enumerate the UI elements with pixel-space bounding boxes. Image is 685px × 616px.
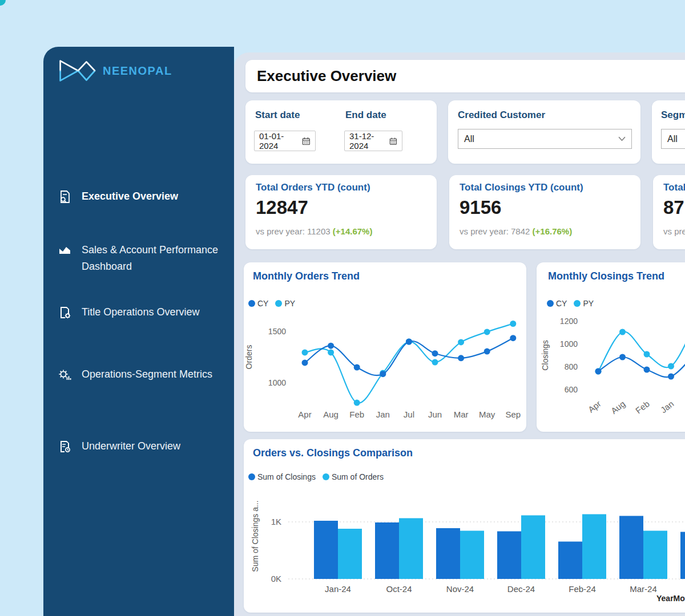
end-date-input[interactable]: 31-12-2024 xyxy=(344,131,402,151)
monthly-closings-trend-card: Monthly Closings Trend CY PY 60080010001… xyxy=(537,262,685,432)
page-header-card: Executive Overview xyxy=(245,60,685,92)
kpi-card-clipped: Total P 87. vs pre xyxy=(653,175,685,249)
end-date-label: End date xyxy=(345,110,386,121)
segment-value: All xyxy=(667,134,678,144)
sidebar-item-sales-account[interactable]: Sales & Account Performance Dashboard xyxy=(58,242,224,275)
segment-dropdown[interactable]: All xyxy=(661,129,685,149)
kpi-title: Total P xyxy=(663,182,685,193)
closings-trend-line-chart: 60080010001200ClosingsAprAugFebJanJul xyxy=(537,262,685,432)
sidebar-item-underwriter[interactable]: Underwriter Overview xyxy=(58,438,224,455)
segment-label: Segment xyxy=(661,110,685,121)
credited-customer-value: All xyxy=(464,134,474,144)
monthly-orders-trend-card: Monthly Orders Trend CY PY 10001500Order… xyxy=(244,262,526,432)
end-date-value: 31-12-2024 xyxy=(349,131,389,151)
kpi-prev-text: vs prev year: 11203 xyxy=(256,226,333,236)
svg-text:600: 600 xyxy=(565,385,578,394)
kpi-value: 87. xyxy=(663,197,685,218)
svg-text:May: May xyxy=(479,410,495,419)
svg-text:YearMonth: YearMonth xyxy=(656,594,685,603)
orders-trend-line-chart: 10001500OrdersAprAugFebJanJulJunMarMaySe… xyxy=(244,262,526,432)
document-clock-icon xyxy=(58,440,72,453)
kpi-title: Total Orders YTD (count) xyxy=(256,182,370,193)
chart-line-icon xyxy=(58,244,72,257)
svg-text:Closings: Closings xyxy=(541,340,550,371)
sidebar-item-operations-segment[interactable]: Operations-Segment Metrics xyxy=(58,366,224,383)
calendar-icon xyxy=(302,137,311,145)
credited-customer-filter-card: Credited Customer All xyxy=(448,100,640,164)
kpi-value: 9156 xyxy=(460,197,501,218)
app-window: NEENOPAL Executive Overview Sales & Acco… xyxy=(0,0,685,616)
kpi-card-total-orders: Total Orders YTD (count) 12847 vs prev y… xyxy=(245,175,437,249)
kpi-delta: (+14.67%) xyxy=(333,226,373,236)
brand-logo-row: NEENOPAL xyxy=(56,58,172,83)
neenopal-logo-icon xyxy=(56,58,97,83)
svg-text:1000: 1000 xyxy=(268,378,286,387)
svg-text:Oct-24: Oct-24 xyxy=(386,584,412,594)
sidebar-item-title-operations[interactable]: Title Operations Overview xyxy=(58,304,224,321)
start-date-label: Start date xyxy=(255,110,300,121)
svg-text:Dec-24: Dec-24 xyxy=(507,584,535,594)
svg-text:Apr: Apr xyxy=(586,399,603,415)
start-date-input[interactable]: 01-01-2024 xyxy=(254,131,316,151)
svg-text:Jun: Jun xyxy=(428,410,442,419)
svg-text:Feb-24: Feb-24 xyxy=(569,584,596,594)
svg-text:0K: 0K xyxy=(271,574,281,583)
credited-customer-dropdown[interactable]: All xyxy=(458,129,632,149)
date-filter-card: Start date End date 01-01-2024 31-12-202… xyxy=(245,100,437,164)
sidebar: NEENOPAL Executive Overview Sales & Acco… xyxy=(43,47,234,616)
svg-text:Jan-24: Jan-24 xyxy=(325,584,351,594)
start-date-value: 01-01-2024 xyxy=(259,131,302,151)
credited-customer-label: Credited Customer xyxy=(458,110,545,121)
svg-text:1200: 1200 xyxy=(560,317,578,326)
sidebar-item-executive-overview[interactable]: Executive Overview xyxy=(58,188,224,205)
svg-text:Aug: Aug xyxy=(323,410,339,419)
svg-text:Sum of Closings a...: Sum of Closings a... xyxy=(251,500,260,572)
kpi-card-total-closings: Total Closings YTD (count) 9156 vs prev … xyxy=(449,175,640,249)
segment-filter-card: Segment All xyxy=(652,100,685,164)
calendar-icon xyxy=(389,137,397,145)
kpi-value: 12847 xyxy=(256,197,308,218)
svg-text:800: 800 xyxy=(565,362,578,371)
document-gear-icon xyxy=(58,306,72,319)
chevron-down-icon xyxy=(618,136,626,141)
sidebar-item-label: Executive Overview xyxy=(82,188,178,205)
sidebar-item-label: Title Operations Overview xyxy=(82,304,199,321)
svg-text:Feb: Feb xyxy=(349,410,364,419)
svg-text:1500: 1500 xyxy=(268,327,286,336)
svg-text:Orders: Orders xyxy=(244,345,253,370)
document-search-icon xyxy=(58,190,72,204)
kpi-title: Total Closings YTD (count) xyxy=(460,182,583,193)
svg-text:Sep: Sep xyxy=(505,410,521,419)
sidebar-item-label: Underwriter Overview xyxy=(82,438,180,455)
svg-text:Feb: Feb xyxy=(634,399,651,415)
svg-text:Aug: Aug xyxy=(609,399,627,416)
svg-text:Apr: Apr xyxy=(298,410,311,419)
page-title: Executive Overview xyxy=(257,67,396,85)
svg-text:Jan: Jan xyxy=(659,399,676,415)
svg-text:1K: 1K xyxy=(271,517,281,526)
kpi-prev-text: vs pre xyxy=(663,226,685,236)
svg-text:Jan: Jan xyxy=(376,410,390,419)
orders-vs-closings-bar-chart: 0K1KSum of Closings a...Jan-24Oct-24Nov-… xyxy=(244,439,685,613)
svg-text:Nov-24: Nov-24 xyxy=(446,584,474,594)
svg-text:Jul: Jul xyxy=(404,410,414,419)
orders-vs-closings-card: Orders vs. Closings Comparison Sum of Cl… xyxy=(244,439,685,613)
kpi-prev-text: vs prev year: 7842 xyxy=(460,226,533,236)
kpi-subtitle: vs prev year: 11203 (+14.67%) xyxy=(256,226,372,236)
svg-text:Mar: Mar xyxy=(454,410,469,419)
sidebar-item-label: Operations-Segment Metrics xyxy=(82,366,212,383)
svg-text:1000: 1000 xyxy=(560,339,578,348)
brand-name: NEENOPAL xyxy=(103,64,172,78)
svg-text:Mar-24: Mar-24 xyxy=(630,584,657,594)
kpi-delta: (+16.76%) xyxy=(533,226,573,236)
kpi-subtitle: vs pre xyxy=(663,226,685,236)
sidebar-item-label: Sales & Account Performance Dashboard xyxy=(82,242,224,275)
kpi-subtitle: vs prev year: 7842 (+16.76%) xyxy=(460,226,572,236)
corner-accent xyxy=(0,0,6,6)
gear-metrics-icon xyxy=(58,368,72,382)
